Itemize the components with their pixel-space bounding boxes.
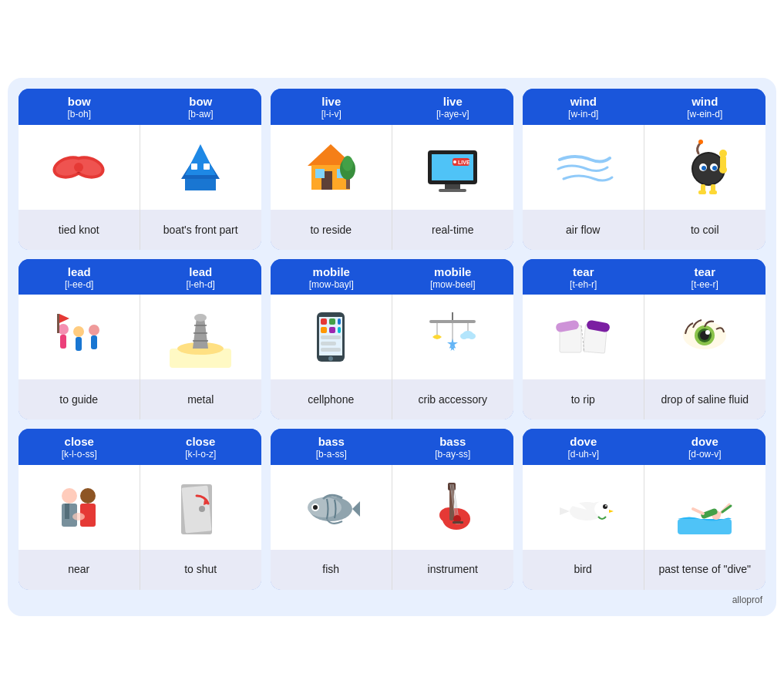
svg-rect-43: [76, 337, 82, 351]
word-group-dove: dove[d-uh-v]dove[d-ow-v] bird past tense…: [523, 429, 765, 589]
svg-rect-62: [321, 348, 341, 352]
word-cell-dove-0: bird: [523, 465, 644, 590]
word-cell-bow-1: boat's front part: [140, 125, 262, 250]
word-label: lead: [68, 265, 91, 278]
svg-rect-99: [448, 483, 456, 490]
word-group-wind1: wind[w-in-d]wind[w-ein-d] air flow to co…: [523, 89, 765, 249]
svg-point-53: [328, 356, 333, 361]
svg-rect-61: [321, 342, 336, 345]
pronunciation-label: [w-ein-d]: [648, 109, 763, 120]
svg-rect-7: [185, 179, 216, 190]
word-label: bow: [68, 95, 91, 108]
word-header-lead-0: lead[l-ee-d]: [19, 259, 140, 295]
definition-live-0: to reside: [271, 210, 392, 250]
definition-close-0: near: [19, 550, 140, 590]
word-group-tear: tear[t-eh-r]tear[t-ee-r] to rip drop of …: [523, 259, 765, 419]
svg-point-5: [74, 163, 83, 172]
svg-point-31: [698, 140, 703, 144]
image-lead-0: [19, 295, 140, 379]
pronunciation-label: [k-l-o-z]: [143, 449, 259, 460]
definition-tear-0: to rip: [523, 379, 644, 419]
pronunciation-label: [b-a-ss]: [274, 449, 389, 460]
word-label: dove: [570, 435, 597, 448]
image-live-0: [271, 125, 392, 210]
credit-text: alloprof: [19, 590, 765, 605]
definition-tear-1: drop of saline fluid: [644, 379, 766, 419]
image-mobile-1: [392, 295, 514, 379]
svg-point-27: [693, 153, 724, 184]
image-live-1: LIVE: [392, 125, 514, 210]
svg-rect-9: [191, 163, 197, 170]
svg-point-50: [194, 314, 207, 322]
word-cell-tear-1: drop of saline fluid: [644, 295, 766, 419]
word-group-mobile: mobile[mow-bayl]mobile[mow-beel] cellpho…: [271, 259, 513, 419]
word-header-tear-0: tear[t-eh-r]: [523, 259, 644, 295]
image-dove-1: [644, 465, 766, 550]
word-cell-close-0: near: [19, 465, 140, 590]
word-label: mobile: [313, 265, 350, 278]
image-dove-0: [523, 465, 644, 550]
svg-rect-14: [315, 169, 325, 178]
word-cell-bass-1: instrument: [392, 465, 514, 590]
word-header-dove-1: dove[d-ow-v]: [644, 429, 766, 464]
word-header-wind1-0: wind[w-in-d]: [523, 89, 644, 124]
svg-rect-22: [439, 189, 466, 192]
svg-text:LIVE: LIVE: [458, 160, 470, 165]
word-cell-bow-0: tied knot: [19, 125, 140, 250]
svg-point-24: [453, 160, 456, 163]
word-label: lead: [189, 265, 212, 278]
word-cell-live-1: LIVE real-time: [392, 125, 514, 250]
definition-dove-0: bird: [523, 550, 644, 590]
image-bow-1: [140, 125, 262, 210]
word-cell-dove-1: past tense of "dive": [644, 465, 766, 590]
pronunciation-label: [t-ee-r]: [648, 279, 763, 290]
word-header-bass-1: bass[b-ay-ss]: [392, 429, 514, 464]
image-lead-1: [140, 295, 262, 379]
svg-point-87: [72, 513, 85, 520]
word-group-bow: bow[b-oh]bow[b-aw] tied knot boat's fron…: [19, 89, 261, 249]
definition-mobile-0: cellphone: [271, 379, 392, 419]
definition-bass-1: instrument: [392, 550, 514, 590]
pronunciation-label: [b-oh]: [22, 109, 137, 120]
pronunciation-label: [t-eh-r]: [526, 279, 641, 290]
svg-rect-10: [204, 163, 210, 170]
svg-rect-58: [329, 327, 335, 333]
word-header-lead-1: lead[l-eh-d]: [140, 259, 262, 295]
pronunciation-label: [b-aw]: [143, 109, 259, 120]
word-header-close-1: close[k-l-o-z]: [140, 429, 262, 464]
word-header-close-0: close[k-l-o-ss]: [19, 429, 140, 464]
svg-rect-54: [321, 318, 327, 325]
svg-rect-110: [678, 519, 732, 534]
svg-marker-8: [185, 144, 216, 175]
svg-point-70: [460, 333, 468, 339]
definition-live-1: real-time: [392, 210, 514, 250]
svg-point-107: [603, 504, 607, 509]
svg-point-34: [702, 166, 706, 170]
word-group-live: live[l-i-v]live[l-aye-v] to reside LIVE …: [271, 89, 513, 249]
svg-point-108: [605, 505, 607, 507]
svg-point-71: [468, 333, 476, 339]
definition-dove-1: past tense of "dive": [644, 550, 766, 590]
word-header-live-1: live[l-aye-v]: [392, 89, 514, 124]
image-wind1-1: [644, 125, 766, 210]
svg-point-30: [719, 166, 727, 174]
svg-marker-47: [59, 314, 69, 323]
pronunciation-label: [d-ow-v]: [648, 449, 763, 460]
svg-point-85: [80, 488, 96, 504]
definition-close-1: to shut: [140, 550, 262, 590]
word-label: bass: [439, 435, 466, 448]
svg-point-40: [58, 324, 69, 335]
svg-point-29: [719, 150, 727, 157]
image-mobile-0: [271, 295, 392, 379]
pronunciation-label: [k-l-o-ss]: [22, 449, 137, 460]
image-bow-0: [19, 125, 140, 210]
definition-wind1-0: air flow: [523, 210, 644, 250]
svg-rect-57: [321, 327, 327, 333]
svg-rect-104: [453, 521, 463, 524]
svg-point-44: [89, 325, 99, 335]
main-container: bow[b-oh]bow[b-aw] tied knot boat's fron…: [8, 78, 776, 615]
word-label: bass: [318, 435, 345, 448]
word-header-wind1-1: wind[w-ein-d]: [644, 89, 766, 124]
svg-rect-39: [709, 190, 717, 194]
pronunciation-label: [mow-beel]: [395, 279, 511, 290]
